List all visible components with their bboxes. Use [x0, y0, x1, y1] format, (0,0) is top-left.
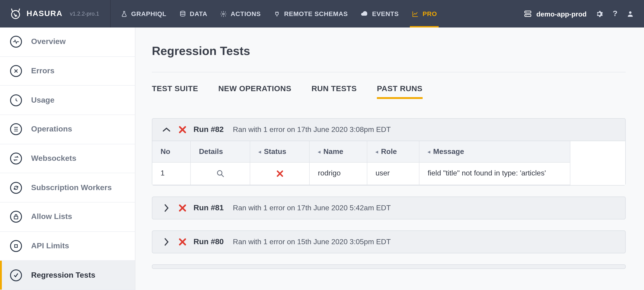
chevron-right-icon	[162, 204, 172, 212]
nav-events[interactable]: EVENTS	[354, 0, 405, 28]
nav-label: ACTIONS	[231, 10, 261, 18]
nav-label: GRAPHIQL	[131, 10, 166, 18]
sidebar-item-label: Usage	[31, 95, 54, 105]
tab-past-runs[interactable]: PAST RUNS	[377, 84, 422, 98]
column-header-no[interactable]: No	[152, 141, 191, 163]
divider	[152, 72, 626, 72]
sidebar-item-usage[interactable]: Usage	[0, 86, 135, 115]
sidebar-item-label: Regression Tests	[31, 270, 95, 280]
user-menu[interactable]	[626, 10, 634, 18]
sort-icon: ◂	[376, 149, 378, 155]
page-title: Regression Tests	[152, 44, 626, 58]
chevron-up-icon	[162, 127, 172, 132]
sidebar-item-overview[interactable]: Overview	[0, 28, 135, 57]
run-header[interactable]: Run #81 Ran with 1 error on 17th June 20…	[152, 197, 625, 219]
sidebar-item-label: Websockets	[31, 154, 76, 163]
sidebar-item-errors[interactable]: Errors	[0, 57, 135, 86]
run-card: Run #82 Ran with 1 error on 17th June 20…	[152, 118, 626, 186]
nav-remote-schemas[interactable]: REMOTE SCHEMAS	[267, 0, 354, 28]
chevron-right-icon	[162, 238, 172, 246]
run-subtitle: Ran with 1 error on 15th June 2020 3:05p…	[233, 238, 390, 246]
nav-data[interactable]: DATA	[173, 0, 214, 28]
run-header[interactable]: Run #82 Ran with 1 error on 17th June 20…	[152, 119, 625, 141]
run-title: Run #81	[194, 203, 224, 213]
sidebar-item-regression-tests[interactable]: Regression Tests	[0, 261, 135, 290]
swap-icon	[10, 153, 22, 165]
project-name: demo-app-prod	[536, 10, 586, 18]
cell-name: rodrigo	[310, 163, 367, 185]
column-label: No	[160, 148, 170, 156]
sidebar-item-allow-lists[interactable]: Allow Lists	[0, 203, 135, 232]
nav-label: EVENTS	[372, 10, 399, 18]
refresh-icon	[10, 182, 22, 194]
run-table: No Details ◂Status ◂Name ◂Role ◂Message …	[152, 141, 625, 185]
status-fail-icon	[178, 125, 187, 134]
svg-rect-3	[524, 11, 531, 13]
sidebar-item-label: API Limits	[31, 241, 69, 251]
svg-rect-4	[524, 15, 531, 17]
gear-icon	[596, 10, 604, 18]
status-fail-icon	[178, 237, 187, 246]
help-button[interactable]: ?	[613, 9, 618, 18]
pulse-icon	[10, 36, 22, 48]
svg-point-10	[217, 171, 222, 175]
column-header-details[interactable]: Details	[191, 141, 250, 163]
nav-label: REMOTE SCHEMAS	[284, 10, 348, 18]
svg-point-5	[526, 12, 526, 12]
column-header-message[interactable]: ◂Message	[420, 141, 570, 163]
database-icon	[179, 10, 186, 17]
run-title: Run #82	[194, 125, 224, 134]
tab-test-suite[interactable]: TEST SUITE	[152, 84, 198, 98]
nav-label: DATA	[190, 10, 208, 18]
svg-point-0	[12, 11, 20, 19]
gears-icon	[220, 10, 227, 17]
cell-details[interactable]	[191, 163, 250, 185]
sidebar-item-operations[interactable]: Operations	[0, 115, 135, 144]
nav-pro[interactable]: PRO	[405, 0, 444, 28]
svg-point-1	[180, 11, 185, 13]
cell-status	[250, 163, 310, 185]
column-header-name[interactable]: ◂Name	[310, 141, 367, 163]
column-header-status[interactable]: ◂Status	[250, 141, 310, 163]
nav-label: PRO	[422, 10, 437, 18]
user-icon	[626, 10, 634, 18]
sidebar-item-api-limits[interactable]: API Limits	[0, 232, 135, 261]
svg-point-2	[223, 13, 224, 15]
brand-version: v1.2.2-pro.1	[70, 11, 99, 17]
sidebar-item-label: Operations	[31, 125, 72, 134]
settings-button[interactable]	[596, 10, 604, 18]
run-card: Run #80 Ran with 1 error on 15th June 20…	[152, 230, 626, 253]
sidebar-item-label: Errors	[31, 66, 54, 76]
stop-icon	[10, 240, 22, 252]
project-selector[interactable]: demo-app-prod	[524, 10, 586, 18]
svg-rect-8	[14, 216, 18, 219]
tab-run-tests[interactable]: RUN TESTS	[312, 84, 357, 98]
column-label: Status	[264, 148, 286, 156]
cell-no: 1	[152, 163, 191, 185]
nav-right: demo-app-prod ?	[524, 0, 644, 28]
run-card-partial	[152, 264, 626, 269]
cell-message: field "title" not found in type: 'articl…	[420, 163, 570, 185]
sidebar-item-subscription-workers[interactable]: Subscription Workers	[0, 173, 135, 203]
search-icon	[216, 169, 225, 178]
sidebar: Overview Errors Usage Operations Websock…	[0, 28, 136, 290]
nav-graphiql[interactable]: GRAPHIQL	[114, 0, 173, 28]
main-content: Regression Tests TEST SUITE NEW OPERATIO…	[136, 28, 644, 290]
svg-rect-9	[15, 245, 18, 247]
run-subtitle: Ran with 1 error on 17th June 2020 5:42a…	[233, 204, 390, 212]
sort-icon: ◂	[318, 149, 321, 155]
run-subtitle: Ran with 1 error on 17th June 2020 3:08p…	[233, 125, 390, 134]
flask-icon	[121, 10, 128, 17]
run-header[interactable]: Run #80 Ran with 1 error on 15th June 20…	[152, 231, 625, 253]
server-icon	[524, 10, 532, 18]
brand-name: HASURA	[26, 9, 62, 18]
tab-new-operations[interactable]: NEW OPERATIONS	[218, 84, 291, 98]
svg-point-6	[526, 15, 526, 16]
sidebar-item-websockets[interactable]: Websockets	[0, 144, 135, 173]
cloud-icon	[361, 10, 368, 17]
lock-icon	[10, 211, 22, 223]
column-label: Name	[323, 148, 343, 156]
nav-actions[interactable]: ACTIONS	[214, 0, 267, 28]
column-header-role[interactable]: ◂Role	[367, 141, 420, 163]
list-icon	[10, 123, 22, 135]
